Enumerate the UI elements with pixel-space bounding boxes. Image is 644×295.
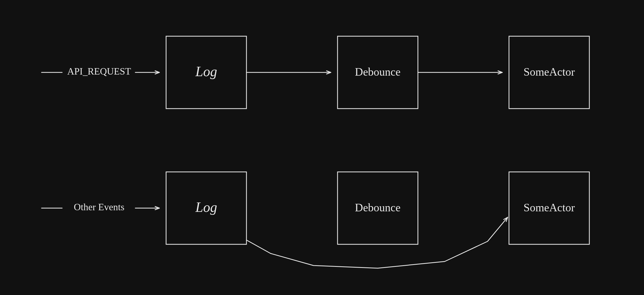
flow2-input-label: Other Events [74,202,125,212]
flow1-node-debounce-label: Debounce [355,66,400,78]
flow2-input: Other Events [42,202,159,212]
flow2-node-debounce: Debounce [338,172,418,244]
flow-diagram: API_REQUEST Log Debounce SomeActor Other… [0,0,644,295]
flow1-node-debounce: Debounce [338,36,418,109]
flow1-node-actor: SomeActor [509,36,589,109]
flow2-node-actor-label: SomeActor [523,201,575,214]
flow2-node-debounce-label: Debounce [355,201,400,214]
flow2-node-log: Log [166,172,246,244]
flow2-node-actor: SomeActor [509,172,589,244]
flow1-node-actor-label: SomeActor [523,66,575,78]
flow1-node-log-label: Log [195,64,217,79]
flow1-input: API_REQUEST [42,66,159,77]
flow1-input-label: API_REQUEST [67,66,131,77]
flow1-node-log: Log [166,36,246,109]
flow2-arrow-bypass [246,217,508,268]
flow2-node-log-label: Log [195,200,217,215]
